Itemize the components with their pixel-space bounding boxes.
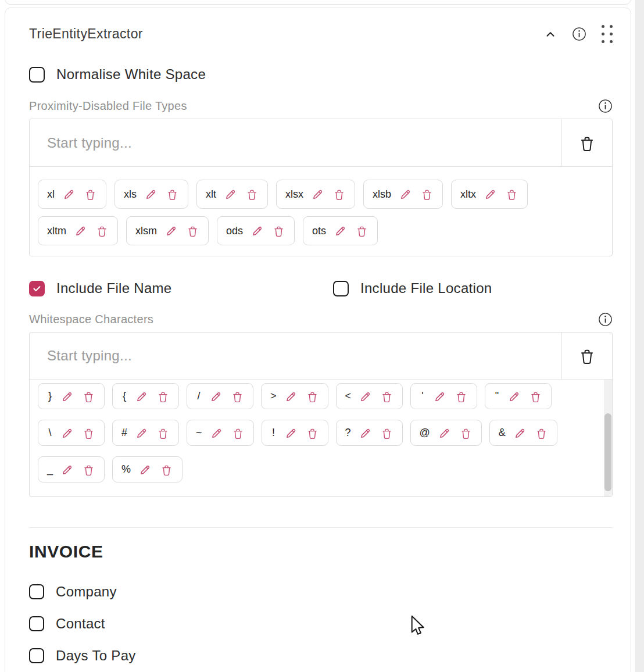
edit-tag-pencil-icon[interactable] [311,187,325,201]
normalise-white-space-checkbox[interactable] [29,67,45,83]
include-file-location-checkbox[interactable] [333,281,349,296]
whitespace-clear-all-trash-icon[interactable] [561,333,612,379]
tag-chip: xl [38,180,106,209]
invoice-checkbox[interactable] [29,648,44,663]
edit-tag-pencil-icon[interactable] [284,426,298,440]
tag-label: ~ [196,427,202,439]
delete-tag-trash-icon[interactable] [306,426,319,440]
whitespace-scrollbar-thumb[interactable] [604,413,611,491]
normalise-white-space-row[interactable]: Normalise White Space [29,66,613,83]
edit-tag-pencil-icon[interactable] [507,389,521,403]
edit-tag-pencil-icon[interactable] [62,187,76,201]
file-types-info-icon[interactable] [598,99,613,113]
tag-chip: ? [336,420,403,446]
delete-tag-trash-icon[interactable] [245,187,259,201]
delete-tag-trash-icon[interactable] [95,224,109,238]
edit-tag-pencil-icon[interactable] [135,389,149,403]
invoice-checkbox-label: Contact [56,616,105,632]
tag-label: < [345,390,352,402]
delete-tag-trash-icon[interactable] [355,224,368,238]
tag-chip: & [489,420,557,446]
tag-chip: % [112,456,183,482]
whitespace-tag-editor: } { [29,332,613,497]
tag-chip: ! [262,420,328,446]
tag-chip: xlsx [276,180,355,209]
whitespace-input[interactable] [30,333,561,379]
delete-tag-trash-icon[interactable] [84,187,97,201]
edit-tag-pencil-icon[interactable] [60,426,74,440]
collapse-chevron-icon[interactable] [544,28,557,41]
edit-tag-pencil-icon[interactable] [359,426,373,440]
delete-tag-trash-icon[interactable] [306,389,319,403]
invoice-checkbox-label: Days To Pay [56,648,136,664]
include-file-location-row[interactable]: Include File Location [333,280,492,296]
delete-tag-trash-icon[interactable] [82,389,95,403]
invoice-checkbox-row[interactable]: Days To Pay [29,648,613,664]
tag-label: @ [420,427,430,439]
delete-tag-trash-icon[interactable] [160,463,173,477]
file-types-clear-all-trash-icon[interactable] [561,119,612,166]
delete-tag-trash-icon[interactable] [231,426,245,440]
edit-tag-pencil-icon[interactable] [224,187,238,201]
file-types-label: Proximity-Disabled File Types [29,99,187,113]
edit-tag-pencil-icon[interactable] [284,389,298,403]
delete-tag-trash-icon[interactable] [459,426,473,440]
tag-label: xltm [47,225,66,237]
edit-tag-pencil-icon[interactable] [138,463,152,477]
delete-tag-trash-icon[interactable] [166,187,179,201]
delete-tag-trash-icon[interactable] [505,187,518,201]
edit-tag-pencil-icon[interactable] [60,463,74,477]
delete-tag-trash-icon[interactable] [535,426,548,440]
edit-tag-pencil-icon[interactable] [210,426,224,440]
whitespace-scrollbar-track[interactable] [604,380,612,496]
delete-tag-trash-icon[interactable] [455,389,468,403]
delete-tag-trash-icon[interactable] [156,389,170,403]
delete-tag-trash-icon[interactable] [380,426,393,440]
edit-tag-pencil-icon[interactable] [438,426,452,440]
edit-tag-pencil-icon[interactable] [433,389,447,403]
include-file-name-row[interactable]: Include File Name [29,280,333,296]
tag-label: xlt [206,188,216,201]
delete-tag-trash-icon[interactable] [186,224,199,238]
delete-tag-trash-icon[interactable] [529,389,542,403]
drag-handle-icon[interactable] [602,25,613,43]
panel-info-icon[interactable] [572,27,586,41]
invoice-checkbox[interactable] [29,584,44,599]
tag-label: _ [47,463,53,476]
delete-tag-trash-icon[interactable] [82,463,95,477]
edit-tag-pencil-icon[interactable] [251,224,264,238]
file-types-input[interactable] [30,119,561,166]
edit-tag-pencil-icon[interactable] [359,389,373,403]
tag-label: # [121,427,127,439]
delete-tag-trash-icon[interactable] [420,187,434,201]
delete-tag-trash-icon[interactable] [82,426,95,440]
delete-tag-trash-icon[interactable] [156,426,170,440]
delete-tag-trash-icon[interactable] [272,224,285,238]
invoice-checkbox-row[interactable]: Contact [29,616,613,632]
invoice-checkbox[interactable] [29,616,44,631]
edit-tag-pencil-icon[interactable] [144,187,158,201]
whitespace-info-icon[interactable] [598,312,613,327]
page-scrollbar[interactable] [635,0,644,672]
edit-tag-pencil-icon[interactable] [513,426,527,440]
invoice-section-heading: INVOICE [29,542,613,562]
tag-label: & [499,427,506,439]
tag-chip: xltm [38,216,118,245]
edit-tag-pencil-icon[interactable] [164,224,178,238]
edit-tag-pencil-icon[interactable] [484,187,498,201]
delete-tag-trash-icon[interactable] [231,389,244,403]
edit-tag-pencil-icon[interactable] [74,224,88,238]
edit-tag-pencil-icon[interactable] [399,187,413,201]
invoice-checkbox-row[interactable]: Company [29,584,613,600]
invoice-checkbox-list: Company Contact Days To Pay [29,584,613,664]
tag-chip: xlsb [363,180,443,209]
delete-tag-trash-icon[interactable] [332,187,346,201]
tag-label: xltx [460,188,476,201]
edit-tag-pencil-icon[interactable] [209,389,223,403]
edit-tag-pencil-icon[interactable] [60,389,74,403]
include-file-name-checkbox[interactable] [29,281,45,296]
delete-tag-trash-icon[interactable] [380,389,393,403]
tag-label: { [121,390,127,402]
edit-tag-pencil-icon[interactable] [334,224,348,238]
edit-tag-pencil-icon[interactable] [135,426,149,440]
